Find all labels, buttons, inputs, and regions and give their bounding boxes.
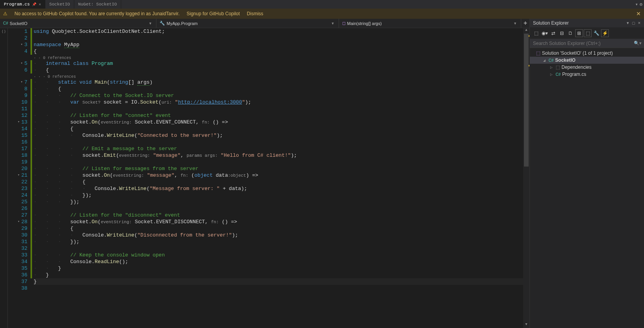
file-node-program-cs[interactable]: ▷ C# Program.cs xyxy=(530,71,644,78)
scroll-down-icon[interactable]: ▼ xyxy=(523,323,529,328)
nav-project[interactable]: C# SocketIO ▼ xyxy=(0,19,156,28)
glyph-margin: ⟨⟩ xyxy=(0,28,8,328)
show-all-icon[interactable]: 🗋 xyxy=(567,29,574,37)
copilot-signup-link[interactable]: Signup for GitHub Copilot xyxy=(187,11,240,16)
solution-node[interactable]: ⬚ Solution 'SocketIO' (1 of 1 project) xyxy=(530,50,644,57)
copilot-dismiss-link[interactable]: Dismiss xyxy=(247,11,263,16)
dependencies-label: Dependencies xyxy=(561,65,592,70)
expand-icon[interactable]: ▷ xyxy=(550,66,554,69)
home-icon[interactable]: ⬚ xyxy=(532,29,540,37)
chevron-down-icon: ▼ xyxy=(331,22,335,25)
solution-explorer-title: Solution Explorer ▼ ▢ ✕ xyxy=(530,19,644,27)
solution-label: Solution 'SocketIO' (1 of 1 project) xyxy=(542,50,613,56)
search-icon[interactable]: 🔍▾ xyxy=(634,41,642,46)
sync-icon[interactable]: ⇄ xyxy=(549,29,557,37)
code-navbar: C# SocketIO ▼ 🔧 MyApp.Program ▼ ◻ Main(s… xyxy=(0,19,529,28)
preview-icon[interactable]: ⬚ xyxy=(584,29,592,37)
nav-member-label: Main(string[] args) xyxy=(347,21,382,26)
pin-icon[interactable]: ▢ xyxy=(632,21,635,25)
close-icon[interactable]: ✕ xyxy=(636,11,641,17)
nav-class-label: MyApp.Program xyxy=(167,21,197,26)
csharp-project-icon: C# xyxy=(549,58,554,63)
project-node[interactable]: ◢ C# SocketIO xyxy=(530,57,644,64)
tab-socketio[interactable]: SocketIO xyxy=(45,0,74,9)
settings-icon[interactable]: ⚙ xyxy=(640,2,642,7)
code-editor[interactable]: ⟨⟩ 1 2 ▾3 4 ▾5 6 ▾7 8 9 10 11 12 xyxy=(0,28,529,328)
solution-explorer: Solution Explorer ▼ ▢ ✕ ⬚ ◉▾ ⇄ ⊟ 🗋 ⊞ ⬚ 🔧… xyxy=(530,19,644,328)
dependencies-node[interactable]: ▷ ⬚ Dependencies xyxy=(530,64,644,71)
expand-icon[interactable]: ▷ xyxy=(550,73,554,76)
class-icon: 🔧 xyxy=(160,21,165,26)
nav-member[interactable]: ◻ Main(string[] args) ▼ xyxy=(339,19,522,28)
solution-tree: ⬚ Solution 'SocketIO' (1 of 1 project) ◢… xyxy=(530,48,644,328)
collapse-icon[interactable]: ⊟ xyxy=(558,29,566,37)
warning-icon: ⚠ xyxy=(3,11,7,16)
dependencies-icon: ⬚ xyxy=(556,65,560,70)
line-number-gutter: 1 2 ▾3 4 ▾5 6 ▾7 8 9 10 11 12 ▾13 14 1 xyxy=(8,28,30,328)
tab-overflow-icon[interactable]: ▾ xyxy=(635,2,638,7)
tab-label: Program.cs xyxy=(4,2,30,7)
tab-label: SocketIO xyxy=(49,2,70,7)
editor-pane: C# SocketIO ▼ 🔧 MyApp.Program ▼ ◻ Main(s… xyxy=(0,19,530,328)
split-editor-icon[interactable]: ✚ xyxy=(521,21,529,26)
pin-icon[interactable]: 📌 xyxy=(32,2,36,7)
explorer-search: 🔍▾ xyxy=(530,39,644,48)
project-label: SocketIO xyxy=(555,57,576,63)
panel-title: Solution Explorer xyxy=(533,20,569,26)
tab-label: NuGet: SocketIO xyxy=(78,2,117,7)
scrollbar-thumb[interactable] xyxy=(524,34,529,167)
close-icon[interactable]: ✕ xyxy=(638,21,641,25)
filter-icon[interactable]: ⚡ xyxy=(601,29,609,37)
codelens-references[interactable]: 0 references xyxy=(48,75,76,79)
close-icon[interactable]: ✕ xyxy=(39,2,41,7)
scroll-up-icon[interactable]: ▲ xyxy=(523,28,529,34)
codelens-references[interactable]: 0 references xyxy=(43,56,71,60)
properties-icon[interactable]: ⊞ xyxy=(575,29,583,37)
csharp-file-icon: C# xyxy=(556,72,561,77)
csharp-icon: C# xyxy=(3,21,8,25)
nav-project-label: SocketIO xyxy=(10,21,27,26)
chevron-down-icon: ▼ xyxy=(513,22,517,25)
tab-nuget[interactable]: NuGet: SocketIO xyxy=(74,0,121,9)
dropdown-icon[interactable]: ▼ xyxy=(626,21,630,25)
code-content[interactable]: using Quobject.SocketIoClientDotNet.Clie… xyxy=(32,28,523,328)
wrench-icon[interactable]: 🔧 xyxy=(592,29,600,37)
explorer-toolbar: ⬚ ◉▾ ⇄ ⊟ 🗋 ⊞ ⬚ 🔧 ⚡ xyxy=(530,27,644,39)
switch-view-icon[interactable]: ◉▾ xyxy=(541,29,549,37)
chevron-down-icon: ▼ xyxy=(149,22,152,25)
expand-icon[interactable]: ◢ xyxy=(543,59,547,62)
file-label: Program.cs xyxy=(562,72,586,77)
solution-icon: ⬚ xyxy=(536,50,540,56)
vertical-scrollbar[interactable]: ▲ ▼ xyxy=(523,28,529,328)
search-input[interactable] xyxy=(530,39,644,48)
copilot-notification: ⚠ No access to GitHub Copilot found. You… xyxy=(0,9,644,19)
tab-bar: Program.cs 📌 ✕ SocketIO NuGet: SocketIO … xyxy=(0,0,644,9)
copilot-message: No access to GitHub Copilot found. You a… xyxy=(14,11,179,16)
nav-class[interactable]: 🔧 MyApp.Program ▼ xyxy=(156,19,339,28)
tab-program-cs[interactable]: Program.cs 📌 ✕ xyxy=(0,0,45,9)
method-icon: ◻ xyxy=(342,21,346,26)
